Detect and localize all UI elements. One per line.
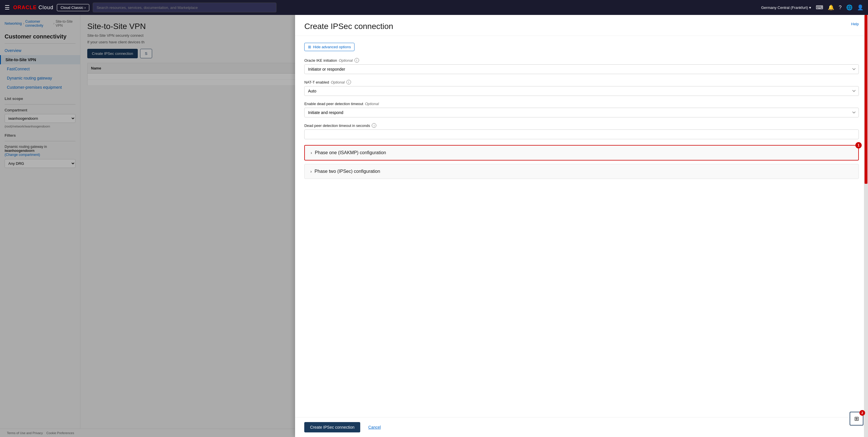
- phase-one-header[interactable]: › Phase one (ISAKMP) configuration: [305, 146, 858, 160]
- oracle-ike-label: Oracle IKE initiation Optional i: [304, 58, 859, 63]
- phase-one-chevron-icon: ›: [311, 151, 312, 155]
- dead-peer-optional: Optional: [365, 102, 379, 106]
- oracle-ike-group: Oracle IKE initiation Optional i Initiat…: [304, 58, 859, 74]
- help-icon[interactable]: ?: [839, 5, 842, 11]
- nat-t-group: NAT-T enabled Optional i Auto Enabled Di…: [304, 80, 859, 96]
- dpd-timeout-label: Dead peer detection timeout in seconds i: [304, 123, 859, 128]
- phase-two-label: Phase two (IPSec) configuration: [315, 169, 380, 174]
- cancel-button[interactable]: Cancel: [365, 422, 384, 432]
- phase-one-label: Phase one (ISAKMP) configuration: [315, 150, 386, 155]
- phase-two-section: › Phase two (IPSec) configuration: [304, 164, 859, 179]
- nav-right: Germany Central (Frankfurt) ▾ ⌨ 🔔 ? 🌐 👤: [761, 4, 863, 11]
- oracle-logo: ORACLE Cloud: [13, 5, 53, 11]
- dead-peer-group: Enable dead peer detection timeout Optio…: [304, 102, 859, 118]
- oracle-text: ORACLE: [13, 5, 37, 11]
- nat-t-info-icon[interactable]: i: [346, 80, 351, 85]
- bell-icon[interactable]: 🔔: [828, 4, 834, 11]
- advanced-options-label: Hide advanced options: [313, 45, 351, 49]
- phase-one-badge: 1: [856, 142, 862, 149]
- support-widget[interactable]: ⊞ 2: [849, 412, 863, 426]
- user-icon[interactable]: 👤: [857, 4, 863, 11]
- top-navigation: ☰ ORACLE Cloud Cloud Classic › Germany C…: [0, 0, 868, 15]
- cloud-classic-button[interactable]: Cloud Classic ›: [57, 4, 89, 11]
- dpd-timeout-info-icon[interactable]: i: [372, 123, 376, 128]
- nat-t-select[interactable]: Auto Enabled Disabled: [304, 86, 859, 96]
- cloud-text: Cloud: [38, 5, 53, 11]
- modal-footer: Create IPSec connection Cancel: [295, 417, 868, 437]
- scrollbar-thumb: [865, 15, 867, 184]
- phase-two-header[interactable]: › Phase two (IPSec) configuration: [305, 164, 859, 179]
- oracle-ike-optional: Optional: [339, 58, 352, 63]
- modal-title: Create IPSec connection: [304, 22, 393, 31]
- phase-one-section: › Phase one (ISAKMP) configuration: [305, 146, 858, 160]
- code-icon[interactable]: ⌨: [816, 4, 823, 11]
- search-input[interactable]: [96, 5, 273, 10]
- modal-overlay: Create IPSec connection Help ⊞ Hide adva…: [0, 15, 868, 437]
- modal-body: ⊞ Hide advanced options Oracle IKE initi…: [295, 36, 868, 417]
- globe-icon[interactable]: 🌐: [846, 4, 852, 11]
- dead-peer-select[interactable]: Initiate and respond Respond only Disabl…: [304, 108, 859, 118]
- dead-peer-label: Enable dead peer detection timeout Optio…: [304, 102, 859, 106]
- modal-panel: Create IPSec connection Help ⊞ Hide adva…: [295, 15, 868, 437]
- hamburger-icon[interactable]: ☰: [5, 4, 10, 11]
- dpd-timeout-input[interactable]: 20: [304, 129, 859, 139]
- search-bar[interactable]: [93, 3, 276, 12]
- advanced-options-icon: ⊞: [308, 45, 311, 49]
- oracle-ike-select[interactable]: Initiator or responder Initiator only Re…: [304, 64, 859, 74]
- nat-t-optional: Optional: [331, 80, 344, 85]
- phase-one-highlight: 1 › Phase one (ISAKMP) configuration: [304, 145, 859, 160]
- oracle-ike-info-icon[interactable]: i: [354, 58, 359, 63]
- support-widget-icon: ⊞: [854, 415, 859, 422]
- modal-header: Create IPSec connection Help: [295, 15, 868, 36]
- nat-t-label: NAT-T enabled Optional i: [304, 80, 859, 85]
- dpd-timeout-group: Dead peer detection timeout in seconds i…: [304, 123, 859, 139]
- modal-help-link[interactable]: Help: [851, 22, 859, 26]
- advanced-options-button[interactable]: ⊞ Hide advanced options: [304, 43, 354, 51]
- support-badge: 2: [859, 410, 865, 416]
- create-ipsec-connection-button[interactable]: Create IPSec connection: [304, 422, 360, 432]
- phase-two-chevron-icon: ›: [310, 169, 312, 174]
- scrollbar-track[interactable]: [864, 15, 868, 437]
- region-selector[interactable]: Germany Central (Frankfurt) ▾: [761, 5, 811, 10]
